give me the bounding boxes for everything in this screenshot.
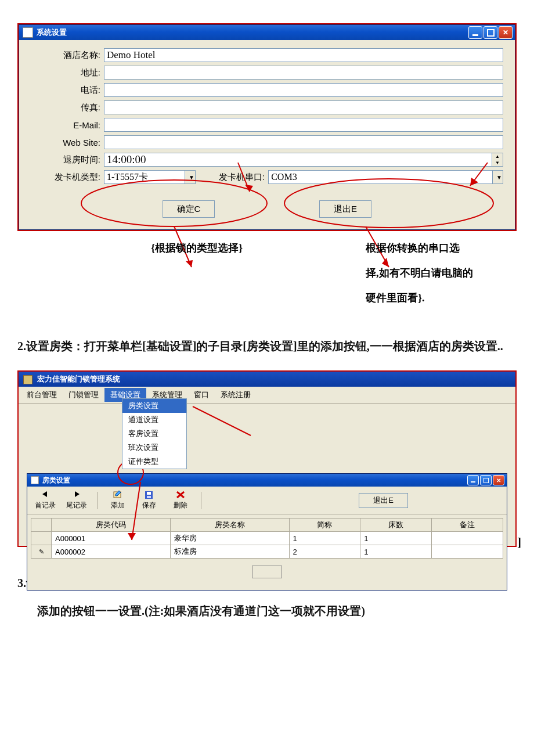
add-button[interactable]: 添加 (103, 489, 132, 512)
chevron-down-icon[interactable]: ▼ (492, 171, 503, 183)
room-type-table[interactable]: 房类代码 房类名称 简称 床数 备注 A000001 豪华房 1 1 ✎ A00… (31, 518, 503, 559)
first-record-button[interactable]: 首记录 (31, 489, 60, 512)
app-icon (23, 375, 33, 384)
minimize-button[interactable] (468, 26, 482, 39)
row-marker (31, 532, 52, 545)
ok-button[interactable]: 确定C (163, 200, 215, 218)
website-label: Web Site: (31, 138, 104, 147)
cell-note[interactable] (432, 532, 503, 545)
dropdown-idtype[interactable]: 证件类型 (122, 455, 186, 469)
website-input[interactable] (104, 135, 503, 149)
svg-rect-12 (147, 492, 151, 495)
spinner-up-icon[interactable]: ▲ (492, 153, 503, 160)
menu-frontdesk[interactable]: 前台管理 (21, 388, 63, 402)
app-title: 宏力佳智能门锁管理系统 (37, 375, 120, 383)
cell-name[interactable]: 豪华房 (170, 532, 289, 545)
address-input[interactable] (104, 66, 503, 80)
dropdown-guestroom[interactable]: 客房设置 (122, 427, 186, 441)
last-record-icon (71, 490, 82, 499)
room-type-window: 房类设置 ✕ 首记录 尾记录 (27, 473, 507, 591)
col-note: 备注 (432, 519, 503, 532)
annotation-com-port: 根据你转换的串口选 择,如有不明白请电脑的 硬件里面看}. (366, 236, 517, 311)
first-record-icon (40, 490, 50, 499)
app-titlebar[interactable]: 宏力佳智能门锁管理系统 (19, 372, 515, 387)
save-button[interactable]: 保存 (135, 489, 164, 512)
table-row[interactable]: ✎ A000002 标准房 2 1 (31, 545, 503, 559)
toolbar-exit-button[interactable]: 退出E (359, 493, 408, 508)
fax-label: 传真: (31, 102, 104, 113)
room-type-titlebar[interactable]: 房类设置 ✕ (27, 474, 507, 487)
table-row[interactable]: A000001 豪华房 1 1 (31, 532, 503, 545)
add-icon (113, 490, 123, 499)
dropdown-shift[interactable]: 班次设置 (122, 441, 186, 455)
maximize-button[interactable] (484, 26, 497, 39)
card-port-label: 发卡机串口: (219, 172, 268, 183)
last-record-button[interactable]: 尾记录 (62, 489, 91, 512)
card-type-label: 发卡机类型: (31, 172, 104, 183)
instruction-step-3-line2: 添加的按钮一一设置.(注:如果酒店没有通道门这一项就不用设置) (17, 598, 517, 624)
exit-button[interactable]: 退出E (319, 200, 371, 218)
system-settings-screenshot: 系统设置 ✕ 酒店名称: 地址: 电话: (17, 23, 517, 231)
child-window-icon (31, 476, 39, 484)
col-short: 简称 (289, 519, 360, 532)
fax-input[interactable] (104, 100, 503, 114)
table-header-row: 房类代码 房类名称 简称 床数 备注 (31, 519, 503, 532)
chevron-down-icon[interactable]: ▼ (185, 171, 195, 183)
phone-label: 电话: (31, 85, 104, 96)
checkout-time-label: 退房时间: (31, 154, 104, 165)
trailing-bracket: ] (517, 536, 521, 549)
menu-window[interactable]: 窗口 (188, 388, 215, 402)
row-marker: ✎ (31, 545, 52, 559)
cell-name[interactable]: 标准房 (170, 545, 289, 559)
spinner-down-icon[interactable]: ▼ (492, 160, 503, 166)
child-window-title: 房类设置 (42, 476, 70, 485)
system-settings-window: 系统设置 ✕ 酒店名称: 地址: 电话: (19, 24, 515, 230)
col-code: 房类代码 (52, 519, 171, 532)
delete-button[interactable]: 删除 (166, 489, 195, 512)
room-type-screenshot: 宏力佳智能门锁管理系统 前台管理 门锁管理 基础设置 系统管理 窗口 系统注册 … (17, 370, 517, 547)
menu-bar[interactable]: 前台管理 门锁管理 基础设置 系统管理 窗口 系统注册 (19, 387, 515, 404)
card-port-value: COM3 (269, 171, 492, 183)
hotel-name-input[interactable] (104, 48, 503, 62)
window-title: 系统设置 (37, 27, 67, 38)
svg-line-15 (193, 406, 251, 435)
hotel-name-label: 酒店名称: (31, 50, 104, 61)
address-label: 地址: (31, 67, 104, 78)
room-type-toolbar: 首记录 尾记录 添加 保存 (27, 487, 507, 514)
grid-placeholder (252, 566, 282, 578)
child-maximize-button[interactable] (480, 475, 492, 485)
instruction-step-2: 2.设置房类：打开菜单栏[基础设置]的子目录[房类设置]里的添加按钮,一一根据酒… (17, 333, 517, 359)
menu-lock[interactable]: 门锁管理 (63, 388, 104, 402)
svg-rect-13 (147, 496, 151, 498)
email-input[interactable] (104, 118, 503, 132)
child-close-button[interactable]: ✕ (493, 475, 504, 485)
email-label: E-Mail: (31, 120, 104, 130)
phone-input[interactable] (104, 83, 503, 97)
close-button[interactable]: ✕ (499, 26, 513, 39)
col-name: 房类名称 (170, 519, 289, 532)
basic-settings-dropdown[interactable]: 房类设置 通道设置 客房设置 班次设置 证件类型 (122, 398, 187, 469)
cell-beds[interactable]: 1 (360, 532, 432, 545)
card-type-combo[interactable]: 1-T5557卡 ▼ (104, 170, 196, 184)
card-type-value: 1-T5557卡 (104, 171, 185, 183)
col-beds: 床数 (360, 519, 432, 532)
save-icon (144, 490, 154, 499)
window-app-icon (23, 27, 33, 38)
card-port-combo[interactable]: COM3 ▼ (268, 170, 503, 184)
cell-short[interactable]: 1 (289, 532, 360, 545)
cell-short[interactable]: 2 (289, 545, 360, 559)
cell-note[interactable] (432, 545, 503, 559)
dropdown-passage[interactable]: 通道设置 (122, 413, 186, 427)
time-spinner[interactable]: ▲ ▼ (492, 153, 503, 167)
cell-code[interactable]: A000002 (52, 545, 171, 559)
system-settings-titlebar[interactable]: 系统设置 ✕ (19, 25, 515, 40)
delete-icon (175, 490, 186, 499)
cell-code[interactable]: A000001 (52, 532, 171, 545)
dropdown-room-type[interactable]: 房类设置 (122, 399, 186, 413)
annotation-lock-type: {根据锁的类型选择} (151, 236, 243, 261)
cell-beds[interactable]: 1 (360, 545, 432, 559)
menu-register[interactable]: 系统注册 (215, 388, 257, 402)
checkout-time-input[interactable] (104, 153, 492, 167)
child-minimize-button[interactable] (467, 475, 479, 485)
